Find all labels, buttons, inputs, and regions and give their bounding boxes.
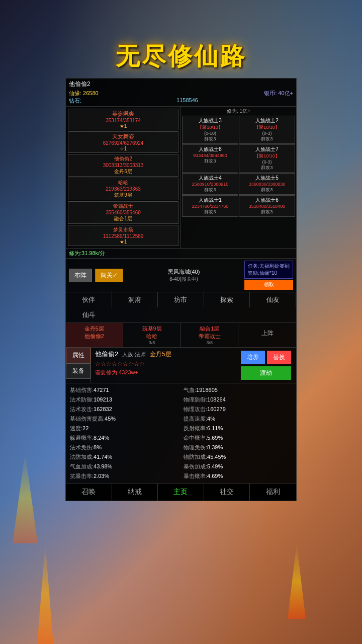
attr-header-section: 属性 装备 他偷偷2 人族·法师 金丹5层 ☆☆☆☆☆☆☆☆☆ 需要修为:432… (66, 348, 296, 383)
stat-spell-dmg-red: 法术免伤:8% (70, 443, 178, 452)
enemy-6: 人族战士5 3360830/3380830 群攻3 (239, 173, 295, 195)
nav-friend[interactable]: 仙友 (250, 292, 296, 307)
enemy-1: 人族战士3 【聚10/10】 (0-10) 群攻3 (182, 116, 238, 144)
top-info-bar: 他偷偷2 仙缘: 26580 银币: 40亿+ 钻石: 1158546 (66, 78, 296, 107)
detail-stars: ☆☆☆☆☆☆☆☆☆ (95, 360, 171, 367)
cultivation-rate: 修为:31.98k/分 (66, 249, 296, 259)
action-buttons: 培养 替换 渡劫 (240, 350, 292, 381)
team-slot-1[interactable]: 金丹5层 他偷偷2 (66, 323, 123, 347)
nav-cave[interactable]: 洞府 (112, 292, 158, 307)
stats-left: 基础伤害:47271 法术防御:109213 法术攻击:162832 基础伤害提… (70, 385, 178, 481)
train-button[interactable]: 培养 (241, 351, 265, 364)
bottom-nav: 召唤 纳戒 主页 社交 福利 (66, 483, 296, 501)
control-row: 布阵 闯关✓ 黑风海域(40) 8-40(闯关中) 任务:去福利处签到 奖励:仙… (66, 259, 296, 292)
diamond-label: 钻石: (69, 97, 81, 105)
player-name: 他偷偷2 (69, 80, 90, 89)
stat-spell-def-bonus: 法防加成:41.74% (70, 452, 178, 462)
stat-base-dmg: 基础伤害:47271 (70, 385, 178, 395)
enemy-5: 人族战士4 2588910/2388910 群攻3 (182, 173, 238, 195)
tab-attribute[interactable]: 属性 (66, 348, 90, 363)
enemy-3: 人族战士8 933434/3844960 群攻3 (182, 144, 238, 173)
stat-phys-dmg-red: 物理免伤:8.39% (184, 443, 292, 452)
stat-crit-rate: 暴击概率:4.69% (184, 471, 292, 481)
detail-stage: 金丹5层 (150, 350, 171, 359)
attr-tabs: 属性 装备 (66, 348, 91, 383)
task-info: 任务:去福利处签到 奖励:仙缘*10 (244, 261, 293, 279)
bottom-home[interactable]: 主页 (158, 484, 204, 501)
stat-dodge: 躲避概率:8.24% (70, 433, 178, 443)
bottom-summon[interactable]: 召唤 (66, 484, 112, 501)
team-slot-2[interactable]: 筑基9层 哈哈 3/8 (124, 323, 181, 347)
detail-name: 他偷偷2 (95, 350, 118, 359)
stat-spell-atk: 法术攻击:162832 (70, 405, 178, 414)
player-char-2: 天女舞姿 6276924/6276924 ☆1 (68, 131, 178, 153)
team-row: 金丹5层 他偷偷2 筑基9层 哈哈 3/8 融合1层 帝霸战士 3/8 上阵 (66, 323, 296, 348)
tab-equipment[interactable]: 装备 (66, 363, 90, 379)
enemy-8: 人族战士6 3518400/3518400 群攻3 (239, 195, 295, 217)
gate-info: 黑风海域(40) 8-40(闯关中) (126, 268, 241, 283)
modify-label: 修为: 1亿+ (182, 108, 295, 115)
loot-button[interactable]: 渡劫 (241, 366, 291, 380)
enemy-grid: 人族战士3 【聚10/10】 (0-10) 群攻3 人族战士2 【聚10/10】… (182, 116, 295, 217)
gate-button[interactable]: 闯关✓ (95, 269, 123, 282)
stat-speed: 速度:22 (70, 424, 178, 433)
detail-cultivation: 需要修为:4323w+ (95, 369, 171, 376)
game-title: 无尽修仙路 (0, 40, 362, 72)
player-char-3: 他偷偷2 3003313/3003313 金丹5层 (68, 154, 178, 177)
enemy-panel: 修为: 1亿+ 人族战士3 【聚10/10】 (0-10) 群攻3 人族战士2 … (181, 107, 296, 248)
layout-button[interactable]: 布阵 (69, 269, 92, 282)
bottom-social[interactable]: 社交 (204, 484, 250, 501)
nav-fight[interactable]: 仙斗 (66, 307, 112, 323)
team-slot-4[interactable]: 上阵 (239, 323, 296, 347)
stat-phys-def: 物理防御:108264 (184, 395, 292, 405)
enemy-4: 人族战士7 【聚10/10】 (0-3) 群攻3 (239, 144, 295, 173)
stat-phys-def-bonus: 物防加成:45.45% (184, 452, 292, 462)
battle-area: 英姿飒爽 353174/353174 ★1 天女舞姿 6276924/62769… (66, 107, 296, 249)
stat-hit: 命中概率:5.69% (184, 433, 292, 443)
nav-market[interactable]: 坊市 (158, 292, 204, 307)
task-section: 任务:去福利处签到 奖励:仙缘*10 领取 (244, 261, 293, 290)
stats-right: 气血:1918605 物理防御:108264 物理攻击:160279 提高速度:… (184, 385, 292, 481)
bottom-welfare[interactable]: 福利 (250, 484, 296, 501)
stat-phys-atk: 物理攻击:160279 (184, 405, 292, 414)
player-char-5: 帝霸战士 355460/355460 融合1层 (68, 201, 178, 224)
stat-anti-crit: 抗暴击率:2.03% (70, 471, 178, 481)
stat-crit-dmg-bonus: 暴伤加成:5.49% (184, 462, 292, 471)
stat-spell-def: 法术防御:109213 (70, 395, 178, 405)
stat-reflect: 反射概率:6.11% (184, 424, 292, 433)
main-panel: 他偷偷2 仙缘: 26580 银币: 40亿+ 钻石: 1158546 英姿飒爽… (65, 78, 297, 501)
player-chars-panel: 英姿飒爽 353174/353174 ★1 天女舞姿 6276924/62769… (66, 107, 181, 248)
stat-speed-boost: 提高速度:4% (184, 414, 292, 424)
stat-hp-bonus: 气血加成:43.98% (70, 462, 178, 471)
enemy-2: 人族战士2 【聚10/10】 (0-3) 群攻3 (239, 116, 295, 144)
silver: 银币: 40亿+ (264, 90, 293, 97)
xian-yuan: 仙缘: 26580 (69, 90, 99, 97)
replace-button[interactable]: 替换 (267, 351, 291, 364)
detail-race: 人族·法师 (122, 351, 146, 358)
player-char-1: 英姿飒爽 353174/353174 ★1 (68, 109, 178, 130)
diamond-value: 1158546 (81, 97, 293, 105)
stats-grid: 基础伤害:47271 法术防御:109213 法术攻击:162832 基础伤害提… (66, 383, 296, 483)
enemy-7: 人族战士1 2234760/2234760 群攻3 (182, 195, 238, 217)
player-char-4: 哈哈 219363/219363 筑基9层 (68, 178, 178, 200)
char-detail-area: 他偷偷2 人族·法师 金丹5层 ☆☆☆☆☆☆☆☆☆ 需要修为:4323w+ 培养… (91, 348, 296, 383)
bottom-ring[interactable]: 纳戒 (112, 484, 158, 501)
team-slot-3[interactable]: 融合1层 帝霸战士 3/8 (182, 323, 239, 347)
stat-hp: 气血:1918605 (184, 385, 292, 395)
stat-dmg-boost: 基础伤害提高:45% (70, 414, 178, 424)
nav-companion[interactable]: 伙伴 (66, 292, 112, 307)
collect-button[interactable]: 领取 (244, 280, 293, 290)
player-char-6: 梦灵市场 1112589/1112589 ★1 (68, 225, 178, 246)
nav-explore[interactable]: 探索 (204, 292, 250, 307)
nav-bar: 伙伴 洞府 坊市 探索 仙友 仙斗 (66, 292, 296, 323)
